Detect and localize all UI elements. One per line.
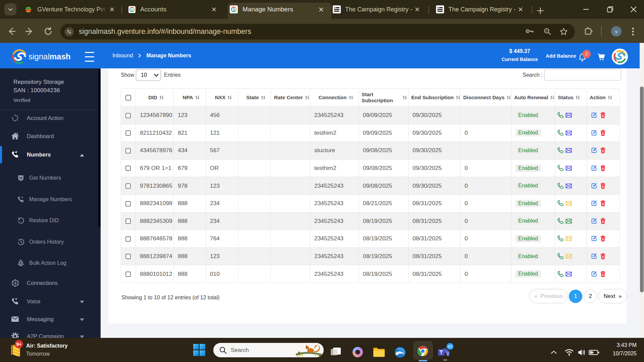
svg-text:S: S [232,7,235,11]
svg-text:S: S [131,7,133,11]
